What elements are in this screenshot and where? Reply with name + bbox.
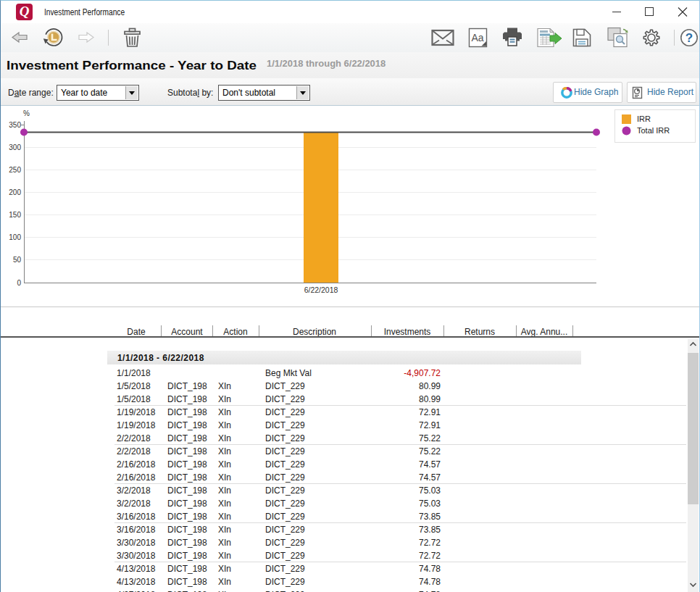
svg-text:300: 300 (9, 143, 21, 151)
svg-text:0: 0 (17, 279, 21, 287)
svg-text:?: ? (686, 31, 693, 45)
svg-text:200: 200 (9, 188, 21, 196)
svg-text:100: 100 (9, 233, 21, 241)
svg-text:%: % (23, 109, 30, 117)
svg-text:150: 150 (9, 211, 21, 219)
svg-text:6/22/2018: 6/22/2018 (304, 285, 338, 294)
svg-text:250: 250 (9, 166, 21, 174)
svg-text:Aa: Aa (471, 32, 483, 43)
svg-text:350: 350 (9, 121, 21, 129)
svg-text:50: 50 (13, 256, 22, 264)
